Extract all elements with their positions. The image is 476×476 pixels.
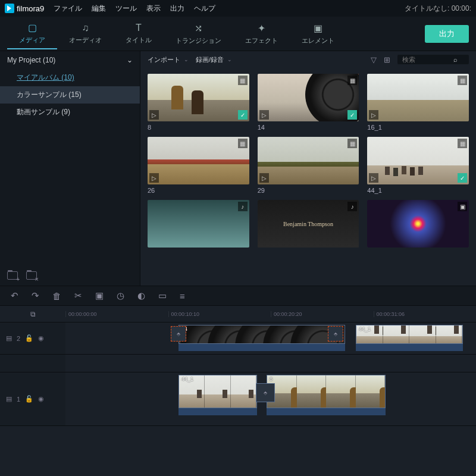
track-number: 1 bbox=[17, 396, 20, 403]
media-clip[interactable]: ♪ bbox=[148, 200, 249, 250]
search-input[interactable]: ⌕ bbox=[397, 55, 469, 64]
clip-label: 29 bbox=[258, 187, 359, 194]
track-type-icon: ▤ bbox=[6, 395, 12, 403]
transition-marker[interactable]: ⬘ bbox=[171, 326, 186, 342]
sidebar: My Project (10) ⌄ マイアルバム (10) カラーサンプル (1… bbox=[0, 51, 140, 286]
media-clip[interactable]: ▦▷✓8 bbox=[148, 74, 249, 131]
timeline-audio-bar[interactable] bbox=[178, 408, 257, 415]
timeline-track-1: ▤ 1 🔓 ◉ 44_18⬘ bbox=[0, 372, 476, 426]
tab-title[interactable]: T タイトル bbox=[114, 19, 164, 48]
logo-icon bbox=[5, 4, 14, 13]
add-track-icon[interactable]: ⧉ bbox=[30, 310, 36, 318]
checkmark-icon: ✓ bbox=[347, 110, 357, 120]
effect-icon: ✦ bbox=[258, 23, 265, 34]
color-icon[interactable]: ◐ bbox=[137, 290, 145, 301]
video-type-icon: ▦ bbox=[347, 139, 357, 148]
settings-icon[interactable]: ≡ bbox=[180, 291, 185, 301]
clip-label: 8 bbox=[148, 124, 249, 131]
menu-bar: ファイル 編集 ツール 表示 出力 ヘルプ bbox=[54, 4, 215, 14]
import-dropdown[interactable]: インポート ⌄ bbox=[148, 55, 189, 64]
media-clip[interactable]: ▦▷26 bbox=[148, 137, 249, 194]
checkmark-icon: ✓ bbox=[458, 173, 467, 183]
chevron-down-icon: ⌄ bbox=[227, 57, 232, 62]
transition-marker[interactable]: ⬘ bbox=[328, 326, 343, 342]
titlebar: filmora9 ファイル 編集 ツール 表示 出力 ヘルプ タイトルなし: 0… bbox=[0, 0, 476, 17]
media-clip[interactable]: ▦▷16_1 bbox=[367, 74, 469, 131]
add-folder-icon[interactable] bbox=[7, 271, 18, 280]
text-icon: T bbox=[136, 23, 142, 33]
sidebar-header[interactable]: My Project (10) ⌄ bbox=[0, 51, 140, 69]
menu-tool[interactable]: ツール bbox=[115, 4, 137, 14]
media-clip[interactable]: ▦▷✓14 bbox=[258, 74, 359, 131]
clip-label: 16_1 bbox=[367, 124, 469, 131]
edit-toolbar: ↶ ↷ 🗑 ✂ ▣ ◷ ◐ ▭ ≡ bbox=[0, 286, 476, 306]
tool-tabs: ▢ メディア ♫ オーディオ T タイトル ⤭ トランジション ✦ エフェクト … bbox=[0, 17, 476, 51]
play-icon: ▷ bbox=[259, 110, 269, 120]
menu-file[interactable]: ファイル bbox=[54, 4, 82, 14]
clip-label: 26 bbox=[148, 187, 249, 194]
grid-view-icon[interactable]: ⊞ bbox=[384, 55, 390, 64]
undo-icon[interactable]: ↶ bbox=[11, 290, 18, 301]
menu-edit[interactable]: 編集 bbox=[92, 4, 106, 14]
visibility-icon[interactable]: ◉ bbox=[38, 395, 44, 403]
play-icon: ▷ bbox=[369, 110, 378, 120]
app-logo: filmora9 bbox=[5, 4, 44, 13]
remove-folder-icon[interactable] bbox=[26, 271, 37, 280]
sidebar-item-color[interactable]: カラーサンプル (15) bbox=[0, 86, 140, 104]
timeline-clip-label: 44_1 bbox=[359, 326, 371, 332]
media-clip[interactable]: ▦▷29 bbox=[258, 137, 359, 194]
lock-icon[interactable]: 🔓 bbox=[25, 395, 33, 403]
menu-output[interactable]: 出力 bbox=[170, 4, 184, 14]
folder-icon: ▢ bbox=[28, 22, 37, 33]
cut-icon[interactable]: ✂ bbox=[74, 290, 82, 301]
tab-effect[interactable]: ✦ エフェクト bbox=[233, 19, 290, 49]
filter-icon[interactable]: ▽ bbox=[371, 55, 377, 64]
play-icon: ▷ bbox=[149, 110, 159, 120]
delete-icon[interactable]: 🗑 bbox=[52, 291, 61, 301]
music-icon: ♫ bbox=[82, 23, 89, 33]
timeline-track-2: ▤ 2 🔓 ◉ 1444_1⬘⬘ bbox=[0, 322, 476, 355]
screen-icon[interactable]: ▭ bbox=[158, 290, 167, 301]
audio-type-icon: ♪ bbox=[238, 202, 248, 211]
crop-icon[interactable]: ▣ bbox=[95, 290, 104, 301]
visibility-icon[interactable]: ◉ bbox=[38, 334, 44, 342]
timeline-clip[interactable]: 8 bbox=[267, 375, 386, 408]
video-type-icon: ▦ bbox=[458, 76, 467, 85]
media-clip[interactable]: ▦▷✓44_1 bbox=[367, 137, 469, 194]
track-type-icon: ▤ bbox=[6, 334, 12, 342]
sidebar-item-album[interactable]: マイアルバム (10) bbox=[0, 69, 140, 86]
video-type-icon: ▦ bbox=[458, 139, 467, 148]
app-name: filmora bbox=[17, 4, 40, 13]
transition-icon: ⤭ bbox=[195, 23, 202, 34]
lock-icon[interactable]: 🔓 bbox=[25, 334, 33, 342]
play-icon: ▷ bbox=[149, 173, 159, 183]
media-clip[interactable]: ▣ bbox=[367, 200, 469, 250]
tab-element[interactable]: ▣ エレメント bbox=[290, 19, 346, 49]
tab-audio[interactable]: ♫ オーディオ bbox=[57, 19, 114, 48]
export-button[interactable]: 出力 bbox=[425, 25, 469, 43]
media-clip[interactable]: Benjamin Thompson♪ bbox=[258, 200, 359, 250]
tab-transition[interactable]: ⤭ トランジション bbox=[164, 19, 233, 49]
media-panel: インポート ⌄ 録画/録音 ⌄ ▽ ⊞ ⌕ ▦▷✓8▦▷✓14▦▷16_1▦▷2… bbox=[140, 51, 476, 286]
app-version: 9 bbox=[40, 4, 44, 13]
speed-icon[interactable]: ◷ bbox=[117, 290, 124, 301]
timeline-clip[interactable]: 44_1 bbox=[178, 375, 257, 408]
chevron-down-icon: ⌄ bbox=[184, 57, 189, 62]
clip-label: 44_1 bbox=[367, 187, 469, 194]
redo-icon[interactable]: ↷ bbox=[32, 290, 39, 301]
timeline-audio-bar[interactable] bbox=[356, 344, 463, 351]
sidebar-item-video[interactable]: 動画サンプル (9) bbox=[0, 104, 140, 121]
timeline-ruler[interactable]: 00:00:00:00 00:00:10:10 00:00:20:20 00:0… bbox=[65, 311, 476, 317]
menu-help[interactable]: ヘルプ bbox=[194, 4, 215, 14]
timeline-audio-bar[interactable] bbox=[178, 344, 345, 351]
timeline-audio-bar[interactable] bbox=[267, 408, 386, 415]
record-dropdown[interactable]: 録画/録音 ⌄ bbox=[196, 55, 232, 64]
timeline-clip[interactable]: 14 bbox=[178, 325, 345, 344]
timeline-clip-label: 44_1 bbox=[181, 376, 193, 382]
tab-media[interactable]: ▢ メディア bbox=[7, 18, 57, 49]
transition-marker[interactable]: ⬘ bbox=[256, 383, 275, 402]
chevron-down-icon: ⌄ bbox=[127, 56, 133, 64]
timeline-clip[interactable]: 44_1 bbox=[356, 325, 463, 344]
video-type-icon: ▦ bbox=[238, 139, 248, 148]
menu-view[interactable]: 表示 bbox=[146, 4, 161, 14]
